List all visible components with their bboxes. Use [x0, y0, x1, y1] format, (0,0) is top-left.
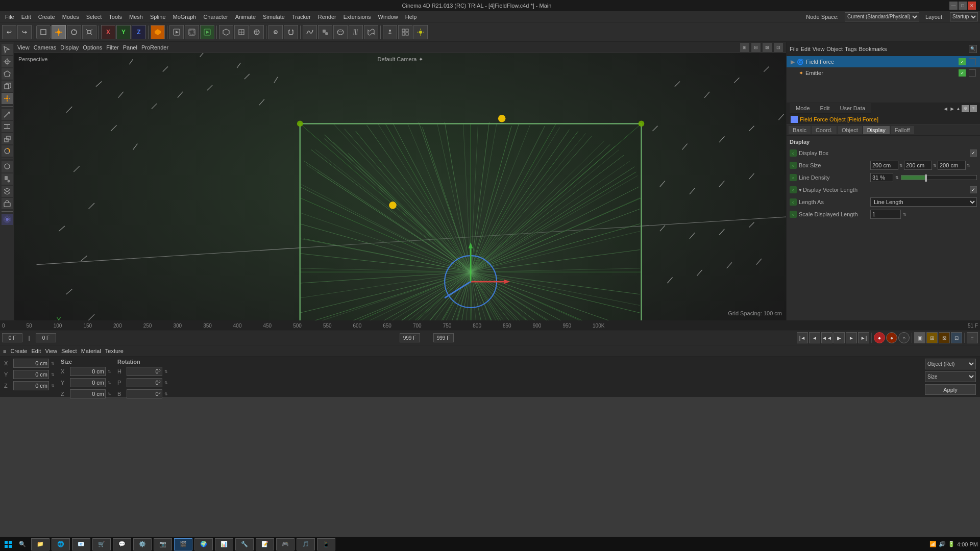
boxsize-x-spinner[interactable]: ⇅	[899, 163, 903, 168]
pos-y-spinner[interactable]: ⇅	[51, 372, 55, 377]
record-anim-btn[interactable]: ●	[886, 332, 897, 343]
sub-tab-falloff[interactable]: Falloff	[891, 126, 914, 134]
menu-render[interactable]: Render	[315, 13, 339, 21]
viewport-ctrl-4[interactable]: ⊡	[774, 43, 783, 52]
rot-b-spinner[interactable]: ⇅	[164, 392, 168, 396]
linedensity-spinner[interactable]: ⇅	[895, 176, 899, 180]
sidebar-extrude-btn[interactable]	[2, 133, 13, 144]
undo-button[interactable]: ↩	[2, 25, 16, 39]
taskbar-app-photos[interactable]: 📷	[154, 538, 172, 550]
size-x-input[interactable]	[70, 367, 106, 376]
render-end-frame[interactable]	[433, 333, 454, 342]
sidebar-move-btn[interactable]	[2, 93, 13, 104]
boxsize-z-input[interactable]	[938, 161, 966, 170]
go-to-end-btn[interactable]: ►|	[858, 332, 869, 343]
spline-button[interactable]	[303, 25, 317, 39]
cameras-menu[interactable]: Cameras	[34, 44, 57, 51]
menu-create[interactable]: Create	[35, 13, 58, 21]
props-edit-tab[interactable]: Edit	[816, 104, 834, 112]
taskbar-app-misc-4[interactable]: 🎮	[276, 538, 295, 550]
props-userdata-tab[interactable]: User Data	[836, 104, 870, 112]
x-axis-button[interactable]: X	[101, 25, 115, 39]
obj-header-file[interactable]: File	[790, 46, 799, 52]
props-mode-tab[interactable]: Mode	[792, 104, 814, 112]
options-menu[interactable]: Options	[83, 44, 102, 51]
fieldforce-check-2[interactable]	[969, 58, 976, 65]
displaybox-checkbox[interactable]: ✓	[970, 149, 977, 157]
filter-menu[interactable]: Filter	[106, 44, 118, 51]
bottom-tab-select[interactable]: Select	[61, 348, 77, 354]
taskbar-app-store[interactable]: 🛒	[92, 538, 111, 550]
display-menu[interactable]: Display	[60, 44, 79, 51]
step-forward-btn[interactable]: ►	[846, 332, 857, 343]
paint-button[interactable]	[318, 25, 332, 39]
motion-blend-btn[interactable]: ⊞	[926, 332, 938, 343]
size-z-spinner[interactable]: ⇅	[108, 392, 111, 396]
layout-select[interactable]: Startup	[950, 12, 978, 21]
menu-mograph[interactable]: MoGraph	[170, 13, 200, 21]
linedensity-slider-track[interactable]	[901, 175, 977, 180]
record-key-btn[interactable]: ○	[898, 332, 910, 343]
taskbar-app-chrome[interactable]: 🌐	[52, 538, 70, 550]
sidebar-cube-btn[interactable]	[2, 81, 13, 92]
menu-modes[interactable]: Modes	[59, 13, 82, 21]
redo-button[interactable]: ↪	[17, 25, 32, 39]
coord-system-select[interactable]: Object (Rel)	[925, 359, 976, 369]
close-button[interactable]: ✕	[968, 2, 976, 10]
motion-clip-btn[interactable]: ▣	[914, 332, 925, 343]
obj-search-icon[interactable]: 🔍	[969, 45, 977, 53]
record-btn[interactable]: ●	[874, 332, 885, 343]
obj-header-edit[interactable]: Edit	[801, 46, 811, 52]
rotate-tool-button[interactable]	[67, 25, 81, 39]
scalelength-spinner[interactable]: ⇅	[903, 212, 906, 217]
sidebar-field-btn[interactable]	[2, 214, 13, 225]
top-view-button[interactable]	[234, 25, 249, 39]
obj-header-view[interactable]: View	[813, 46, 825, 52]
sub-tab-display[interactable]: Display	[863, 126, 890, 134]
snap-button[interactable]	[268, 25, 283, 39]
pos-x-spinner[interactable]: ⇅	[51, 361, 55, 366]
emitter-check-2[interactable]	[969, 69, 976, 77]
sub-tab-object[interactable]: Object	[838, 126, 862, 134]
menu-character[interactable]: Character	[200, 13, 231, 21]
boxsize-z-spinner[interactable]: ⇅	[967, 163, 970, 168]
bottom-tab-view[interactable]: View	[45, 348, 57, 354]
motion-ref-btn[interactable]: ⊠	[939, 332, 950, 343]
object-create-button[interactable]	[151, 25, 165, 39]
viewport[interactable]: View Cameras Display Options Filter Pane…	[14, 42, 786, 320]
taskbar-app-browser-2[interactable]: 🌍	[194, 538, 213, 550]
menu-help[interactable]: Help	[402, 13, 420, 21]
fieldforce-check-1[interactable]: ✓	[959, 58, 966, 65]
bottom-tab-texture[interactable]: Texture	[105, 348, 124, 354]
sidebar-sculpt-btn[interactable]	[2, 161, 13, 172]
taskbar-app-messages[interactable]: 💬	[113, 538, 131, 550]
linedensity-input[interactable]	[870, 173, 893, 182]
menu-select[interactable]: Select	[83, 13, 105, 21]
motion-mode-btn[interactable]: ⊡	[951, 332, 962, 343]
render-interactive-button[interactable]	[200, 25, 214, 39]
rotation-b-input[interactable]	[127, 389, 162, 398]
sidebar-crosshair-btn[interactable]	[2, 56, 13, 67]
viewport-content[interactable]: Perspective Default Camera ✦ Grid Spacin…	[14, 53, 786, 320]
props-nav-up[interactable]: ▲	[956, 106, 961, 111]
front-view-button[interactable]	[250, 25, 264, 39]
object-mode-button[interactable]	[36, 25, 51, 39]
size-y-input[interactable]	[70, 378, 106, 387]
taskbar-volume-icon[interactable]: 🔊	[939, 541, 946, 547]
bottom-tab-create[interactable]: Create	[10, 348, 27, 354]
y-axis-button[interactable]: Y	[116, 25, 131, 39]
lengthas-select[interactable]: Line Length	[870, 197, 977, 207]
sculpt-button[interactable]	[333, 25, 348, 39]
obj-header-object[interactable]: Object	[826, 46, 843, 52]
linedensity-slider-handle[interactable]	[925, 174, 927, 182]
minimize-button[interactable]: —	[949, 2, 958, 10]
emitter-check-1[interactable]: ✓	[959, 69, 966, 77]
search-btn[interactable]: 🔍	[15, 538, 30, 550]
menu-file[interactable]: File	[2, 13, 17, 21]
sidebar-layers-btn[interactable]	[2, 186, 13, 197]
tree-item-fieldforce[interactable]: ▶ 🌀 Field Force ✓	[787, 56, 980, 67]
taskbar-app-settings[interactable]: ⚙️	[133, 538, 152, 550]
scale-tool-button[interactable]	[82, 25, 96, 39]
pos-z-spinner[interactable]: ⇅	[51, 384, 55, 388]
position-z-input[interactable]	[13, 381, 49, 390]
